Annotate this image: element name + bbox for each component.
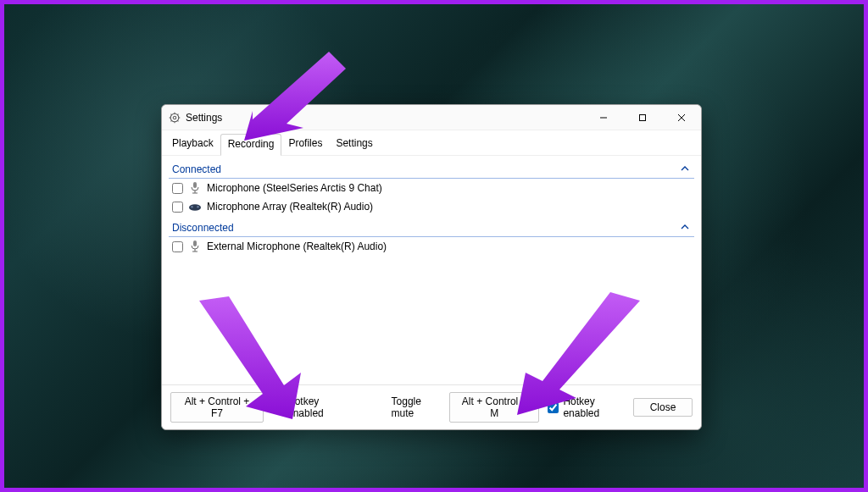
hotkey1-button[interactable]: Alt + Control + F7 xyxy=(170,392,264,423)
device-checkbox[interactable] xyxy=(172,202,183,213)
maximize-button[interactable] xyxy=(623,105,662,130)
device-label: Microphone Array (Realtek(R) Audio) xyxy=(207,201,373,213)
svg-point-0 xyxy=(170,113,179,122)
svg-point-19 xyxy=(197,206,198,207)
close-window-button[interactable] xyxy=(662,105,701,130)
footer-bar: Alt + Control + F7 Hotkey enabled Toggle… xyxy=(162,384,701,429)
svg-rect-11 xyxy=(640,114,646,120)
device-label: External Microphone (Realtek(R) Audio) xyxy=(207,240,387,252)
hotkey1-enabled-input[interactable] xyxy=(272,402,283,413)
svg-point-17 xyxy=(189,204,201,211)
close-button[interactable]: Close xyxy=(633,398,693,417)
group-disconnected-title: Disconnected xyxy=(172,222,234,234)
group-connected-title: Connected xyxy=(172,163,221,175)
svg-rect-14 xyxy=(193,182,197,188)
hotkey2-enabled-input[interactable] xyxy=(548,402,559,413)
microphone-icon xyxy=(188,181,202,195)
device-checkbox[interactable] xyxy=(172,183,183,194)
group-disconnected-header[interactable]: Disconnected xyxy=(169,219,694,237)
device-row[interactable]: External Microphone (Realtek(R) Audio) xyxy=(169,237,694,256)
svg-line-7 xyxy=(177,120,178,121)
group-connected-header[interactable]: Connected xyxy=(169,161,694,179)
device-label: Microphone (SteelSeries Arctis 9 Chat) xyxy=(207,182,382,194)
svg-point-1 xyxy=(173,116,176,119)
device-list: Connected Microphone (SteelSeries Arctis… xyxy=(162,156,701,384)
tab-playback[interactable]: Playback xyxy=(165,134,220,155)
svg-point-18 xyxy=(191,206,192,207)
svg-rect-20 xyxy=(193,240,197,246)
microphone-icon xyxy=(188,240,202,253)
titlebar: Settings xyxy=(162,105,701,130)
svg-line-8 xyxy=(171,120,172,121)
hotkey1-enabled-checkbox[interactable]: Hotkey enabled xyxy=(272,395,349,419)
tab-recording[interactable]: Recording xyxy=(220,134,282,156)
gear-icon xyxy=(169,112,181,124)
tab-settings[interactable]: Settings xyxy=(329,134,379,155)
hotkey2-button[interactable]: Alt + Control + M xyxy=(449,392,539,423)
desktop-frame: Settings Playback Recording Profiles Set… xyxy=(0,0,868,492)
svg-line-6 xyxy=(171,113,172,114)
chevron-up-icon xyxy=(681,163,693,175)
settings-window: Settings Playback Recording Profiles Set… xyxy=(161,104,702,430)
window-title: Settings xyxy=(186,112,222,124)
device-row[interactable]: Microphone Array (Realtek(R) Audio) xyxy=(169,197,694,216)
svg-line-9 xyxy=(177,113,178,114)
tab-profiles[interactable]: Profiles xyxy=(281,134,329,155)
tab-bar: Playback Recording Profiles Settings xyxy=(162,130,701,156)
device-row[interactable]: Microphone (SteelSeries Arctis 9 Chat) xyxy=(169,179,694,197)
device-checkbox[interactable] xyxy=(172,241,183,252)
microphone-array-icon xyxy=(188,200,202,213)
toggle-mute-label: Toggle mute xyxy=(392,395,441,419)
hotkey2-enabled-label: Hotkey enabled xyxy=(563,395,625,419)
hotkey1-enabled-label: Hotkey enabled xyxy=(287,395,349,419)
chevron-up-icon xyxy=(681,222,693,234)
hotkey2-enabled-checkbox[interactable]: Hotkey enabled xyxy=(548,395,625,419)
minimize-button[interactable] xyxy=(584,105,623,130)
